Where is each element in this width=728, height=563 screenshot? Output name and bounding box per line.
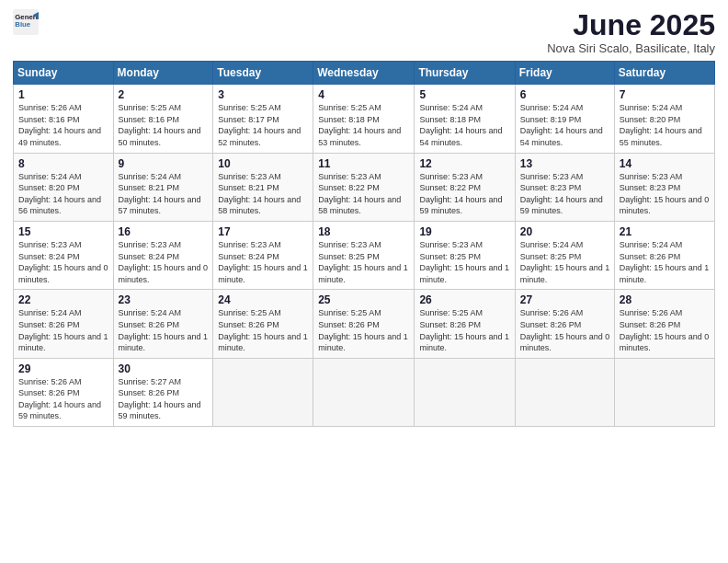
col-tuesday: Tuesday [213,62,313,85]
calendar-cell: 26Sunrise: 5:25 AMSunset: 8:26 PMDayligh… [415,290,515,358]
day-number: 18 [318,225,410,238]
calendar-cell: 21Sunrise: 5:24 AMSunset: 8:26 PMDayligh… [614,221,714,289]
day-number: 12 [419,157,510,170]
day-info: Sunrise: 5:26 AMSunset: 8:26 PMDaylight:… [18,377,101,421]
day-info: Sunrise: 5:25 AMSunset: 8:26 PMDaylight:… [318,308,408,352]
calendar-cell: 29Sunrise: 5:26 AMSunset: 8:26 PMDayligh… [14,358,114,426]
calendar-week-1: 1Sunrise: 5:26 AMSunset: 8:16 PMDaylight… [14,85,715,153]
day-number: 14 [620,157,711,170]
day-info: Sunrise: 5:25 AMSunset: 8:26 PMDaylight:… [218,308,308,352]
day-info: Sunrise: 5:24 AMSunset: 8:21 PMDaylight:… [119,172,201,216]
calendar-week-4: 22Sunrise: 5:24 AMSunset: 8:26 PMDayligh… [14,290,715,358]
calendar-cell: 22Sunrise: 5:24 AMSunset: 8:26 PMDayligh… [14,290,114,358]
calendar-cell: 12Sunrise: 5:23 AMSunset: 8:22 PMDayligh… [415,153,515,221]
col-monday: Monday [113,62,213,85]
day-info: Sunrise: 5:25 AMSunset: 8:26 PMDaylight:… [419,308,509,352]
day-number: 11 [318,157,410,170]
month-title: June 2025 [547,9,715,41]
day-number: 4 [318,88,410,101]
day-number: 7 [620,88,711,101]
calendar-table: Sunday Monday Tuesday Wednesday Thursday… [13,61,715,427]
calendar-cell: 11Sunrise: 5:23 AMSunset: 8:22 PMDayligh… [313,153,415,221]
day-number: 2 [119,88,210,101]
day-number: 19 [419,225,510,238]
day-info: Sunrise: 5:25 AMSunset: 8:17 PMDaylight:… [218,103,301,147]
calendar-cell: 1Sunrise: 5:26 AMSunset: 8:16 PMDaylight… [14,85,114,153]
day-number: 17 [218,225,309,238]
calendar-cell: 8Sunrise: 5:24 AMSunset: 8:20 PMDaylight… [14,153,114,221]
calendar-cell: 2Sunrise: 5:25 AMSunset: 8:16 PMDaylight… [113,85,213,153]
day-number: 9 [119,157,210,170]
logo: General Blue [13,9,39,35]
calendar-cell: 25Sunrise: 5:25 AMSunset: 8:26 PMDayligh… [313,290,415,358]
day-info: Sunrise: 5:27 AMSunset: 8:26 PMDaylight:… [119,377,201,421]
day-info: Sunrise: 5:23 AMSunset: 8:23 PMDaylight:… [620,172,710,216]
day-number: 16 [119,225,210,238]
day-info: Sunrise: 5:26 AMSunset: 8:26 PMDaylight:… [520,308,610,352]
day-info: Sunrise: 5:24 AMSunset: 8:26 PMDaylight:… [119,308,209,352]
day-info: Sunrise: 5:24 AMSunset: 8:18 PMDaylight:… [419,103,502,147]
calendar-week-5: 29Sunrise: 5:26 AMSunset: 8:26 PMDayligh… [14,358,715,426]
day-number: 30 [119,362,210,375]
calendar-cell: 27Sunrise: 5:26 AMSunset: 8:26 PMDayligh… [515,290,614,358]
day-info: Sunrise: 5:23 AMSunset: 8:23 PMDaylight:… [520,172,603,216]
calendar-cell: 3Sunrise: 5:25 AMSunset: 8:17 PMDaylight… [213,85,313,153]
day-number: 6 [520,88,610,101]
calendar-cell: 30Sunrise: 5:27 AMSunset: 8:26 PMDayligh… [113,358,213,426]
day-info: Sunrise: 5:26 AMSunset: 8:16 PMDaylight:… [18,103,101,147]
calendar-week-3: 15Sunrise: 5:23 AMSunset: 8:24 PMDayligh… [14,221,715,289]
day-info: Sunrise: 5:23 AMSunset: 8:21 PMDaylight:… [218,172,301,216]
calendar-week-2: 8Sunrise: 5:24 AMSunset: 8:20 PMDaylight… [14,153,715,221]
day-info: Sunrise: 5:24 AMSunset: 8:20 PMDaylight:… [620,103,702,147]
day-info: Sunrise: 5:24 AMSunset: 8:26 PMDaylight:… [620,240,710,284]
day-number: 26 [419,293,510,306]
day-number: 24 [218,293,309,306]
day-number: 21 [620,225,711,238]
day-info: Sunrise: 5:23 AMSunset: 8:24 PMDaylight:… [119,240,209,284]
day-number: 13 [520,157,610,170]
calendar-cell: 5Sunrise: 5:24 AMSunset: 8:18 PMDaylight… [415,85,515,153]
calendar-cell [313,358,415,426]
day-info: Sunrise: 5:24 AMSunset: 8:20 PMDaylight:… [18,172,101,216]
svg-text:Blue: Blue [15,20,31,29]
col-thursday: Thursday [415,62,515,85]
day-info: Sunrise: 5:26 AMSunset: 8:26 PMDaylight:… [620,308,710,352]
day-number: 5 [419,88,510,101]
day-number: 10 [218,157,309,170]
day-info: Sunrise: 5:24 AMSunset: 8:19 PMDaylight:… [520,103,603,147]
day-info: Sunrise: 5:24 AMSunset: 8:25 PMDaylight:… [520,240,610,284]
day-info: Sunrise: 5:23 AMSunset: 8:25 PMDaylight:… [419,240,509,284]
day-info: Sunrise: 5:25 AMSunset: 8:18 PMDaylight:… [318,103,401,147]
calendar-cell: 23Sunrise: 5:24 AMSunset: 8:26 PMDayligh… [113,290,213,358]
col-saturday: Saturday [614,62,714,85]
day-info: Sunrise: 5:24 AMSunset: 8:26 PMDaylight:… [18,308,108,352]
calendar-cell: 16Sunrise: 5:23 AMSunset: 8:24 PMDayligh… [113,221,213,289]
day-info: Sunrise: 5:23 AMSunset: 8:22 PMDaylight:… [318,172,401,216]
day-number: 29 [18,362,109,375]
col-sunday: Sunday [14,62,114,85]
logo-icon: General Blue [13,9,39,35]
calendar-cell: 13Sunrise: 5:23 AMSunset: 8:23 PMDayligh… [515,153,614,221]
day-number: 8 [18,157,109,170]
day-number: 3 [218,88,309,101]
calendar-cell: 15Sunrise: 5:23 AMSunset: 8:24 PMDayligh… [14,221,114,289]
col-friday: Friday [515,62,614,85]
day-info: Sunrise: 5:25 AMSunset: 8:16 PMDaylight:… [119,103,201,147]
day-number: 25 [318,293,410,306]
calendar-cell: 7Sunrise: 5:24 AMSunset: 8:20 PMDaylight… [614,85,714,153]
calendar-cell [515,358,614,426]
calendar-cell: 18Sunrise: 5:23 AMSunset: 8:25 PMDayligh… [313,221,415,289]
day-number: 27 [520,293,610,306]
subtitle: Nova Siri Scalo, Basilicate, Italy [547,41,715,55]
calendar-cell [213,358,313,426]
col-wednesday: Wednesday [313,62,415,85]
calendar-cell: 6Sunrise: 5:24 AMSunset: 8:19 PMDaylight… [515,85,614,153]
day-info: Sunrise: 5:23 AMSunset: 8:22 PMDaylight:… [419,172,502,216]
day-info: Sunrise: 5:23 AMSunset: 8:24 PMDaylight:… [18,240,108,284]
calendar-cell: 9Sunrise: 5:24 AMSunset: 8:21 PMDaylight… [113,153,213,221]
calendar-cell: 28Sunrise: 5:26 AMSunset: 8:26 PMDayligh… [614,290,714,358]
calendar-header-row: Sunday Monday Tuesday Wednesday Thursday… [14,62,715,85]
calendar-cell: 19Sunrise: 5:23 AMSunset: 8:25 PMDayligh… [415,221,515,289]
calendar-cell: 20Sunrise: 5:24 AMSunset: 8:25 PMDayligh… [515,221,614,289]
day-number: 28 [620,293,711,306]
